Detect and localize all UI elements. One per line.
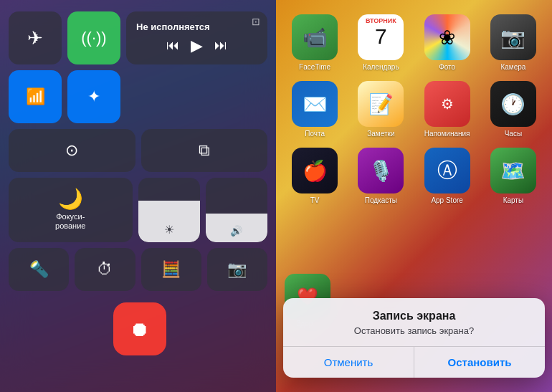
volume-icon: 🔊 xyxy=(230,225,242,236)
facetime-icon: 📹 xyxy=(292,14,338,60)
screen-mirror-button[interactable]: ⧉ xyxy=(141,129,268,172)
app-reminders[interactable]: ⚙ Напоминания xyxy=(417,81,477,138)
airplane-icon: ✈ xyxy=(27,29,43,47)
orientation-lock-button[interactable]: ⊙ xyxy=(9,129,135,172)
photos-flower-icon: ❀ xyxy=(439,26,455,49)
volume-slider[interactable]: 🔊 xyxy=(206,178,267,242)
dialog-message: Остановить запись экрана? xyxy=(298,325,530,336)
podcasts-label: Подкасты xyxy=(365,196,397,204)
dialog-title: Запись экрана xyxy=(298,310,530,322)
camera-icon: 📷 xyxy=(490,14,536,60)
brightness-slider[interactable]: ☀ xyxy=(138,178,200,242)
media-title: Не исполняется xyxy=(136,21,257,32)
rotation-lock-icon: ⊙ xyxy=(65,143,78,158)
moon-icon: 🌙 xyxy=(58,189,83,209)
cc-row-1: ✈ ((·)) 📶 ✦ xyxy=(9,11,267,123)
app-camera[interactable]: 📷 Камера xyxy=(483,14,543,71)
appstore-icon: Ⓐ xyxy=(424,148,470,193)
photos-inner: ❀ xyxy=(424,14,470,60)
mail-icon: ✉️ xyxy=(292,81,338,127)
podcasts-icon: 🎙️ xyxy=(358,148,404,193)
app-grid: 📹 FaceTime Вторник 7 Календарь ❀ Фото xyxy=(276,0,552,210)
calculator-icon: 🧮 xyxy=(161,262,181,277)
screenshot-icon: 📷 xyxy=(227,262,247,277)
facetime-label: FaceTime xyxy=(299,63,330,71)
app-clock[interactable]: 🕐 Часы xyxy=(483,81,543,138)
stop-recording-dialog: Запись экрана Остановить запись экрана? … xyxy=(283,298,545,378)
mail-label: Почта xyxy=(305,130,325,138)
cc-row-2: ⊙ ⧉ xyxy=(9,129,267,172)
cellular-icon: ((·)) xyxy=(81,30,106,46)
dialog-stop-button[interactable]: Остановить xyxy=(414,347,545,378)
cc-grid: ✈ ((·)) 📶 ✦ xyxy=(0,0,276,392)
next-track-button[interactable]: ⏭ xyxy=(214,38,227,53)
tv-label: TV xyxy=(310,196,320,204)
calendar-day-num: 7 xyxy=(375,24,387,48)
app-maps[interactable]: 🗺️ Карты xyxy=(483,148,543,204)
screen-record-button[interactable]: ⏺ xyxy=(113,302,166,355)
timer-icon: ⏱ xyxy=(97,262,113,277)
brightness-icon: ☀ xyxy=(164,223,174,236)
tv-icon: 🍎 xyxy=(292,148,338,193)
airplay-icon: ⊡ xyxy=(252,16,260,27)
calendar-label: Календарь xyxy=(363,63,399,71)
calendar-day-name: Вторник xyxy=(366,17,396,24)
photos-label: Фото xyxy=(439,63,455,71)
prev-track-button[interactable]: ⏮ xyxy=(166,38,179,53)
calendar-icon: Вторник 7 xyxy=(358,14,404,60)
dialog-body: Запись экрана Остановить запись экрана? xyxy=(283,298,545,336)
cellular-button[interactable]: ((·)) xyxy=(67,11,120,64)
home-screen-panel: 📹 FaceTime Вторник 7 Календарь ❀ Фото xyxy=(276,0,552,392)
airplane-mode-button[interactable]: ✈ xyxy=(9,11,62,64)
app-tv[interactable]: 🍎 TV xyxy=(285,148,345,204)
notes-icon: 📝 xyxy=(358,81,404,127)
clock-icon: 🕐 xyxy=(490,81,536,127)
cc-row-5: ⏺ xyxy=(9,297,267,355)
flashlight-button[interactable]: 🔦 xyxy=(9,248,69,291)
photos-icon: ❀ xyxy=(424,14,470,60)
appstore-label: App Store xyxy=(431,196,462,204)
wifi-icon: 📶 xyxy=(26,89,45,105)
focus-button[interactable]: 🌙 Фокуси-рование xyxy=(9,178,133,242)
media-controls: ⏮ ▶ ⏭ xyxy=(136,37,257,55)
reminders-icon: ⚙ xyxy=(424,81,470,127)
dialog-buttons: Отменить Остановить xyxy=(283,346,545,378)
focus-label: Фокуси-рование xyxy=(55,212,85,231)
app-appstore[interactable]: Ⓐ App Store xyxy=(417,148,477,204)
record-icon: ⏺ xyxy=(130,317,150,341)
media-player[interactable]: ⊡ Не исполняется ⏮ ▶ ⏭ xyxy=(126,11,267,64)
bluetooth-button[interactable]: ✦ xyxy=(67,70,120,123)
wifi-button[interactable]: 📶 xyxy=(9,70,62,123)
cc-row-3: 🌙 Фокуси-рование ☀ 🔊 xyxy=(9,178,267,242)
play-button[interactable]: ▶ xyxy=(191,37,203,55)
bluetooth-icon: ✦ xyxy=(87,89,100,105)
app-photos[interactable]: ❀ Фото xyxy=(417,14,477,71)
maps-label: Карты xyxy=(503,196,524,204)
app-facetime[interactable]: 📹 FaceTime xyxy=(285,14,345,71)
calendar-inner: Вторник 7 xyxy=(358,14,404,60)
camera-label: Камера xyxy=(500,63,525,71)
reminders-label: Напоминания xyxy=(424,130,470,138)
calculator-button[interactable]: 🧮 xyxy=(141,248,201,291)
app-notes[interactable]: 📝 Заметки xyxy=(351,81,411,138)
maps-icon: 🗺️ xyxy=(490,148,536,193)
clock-label: Часы xyxy=(505,130,522,138)
dialog-cancel-button[interactable]: Отменить xyxy=(283,347,414,378)
cc-row-4: 🔦 ⏱ 🧮 📷 xyxy=(9,248,267,291)
app-mail[interactable]: ✉️ Почта xyxy=(285,81,345,138)
app-calendar[interactable]: Вторник 7 Календарь xyxy=(351,14,411,71)
screenshot-button[interactable]: 📷 xyxy=(207,248,267,291)
timer-button[interactable]: ⏱ xyxy=(75,248,135,291)
control-center-panel: ✈ ((·)) 📶 ✦ xyxy=(0,0,276,392)
app-podcasts[interactable]: 🎙️ Подкасты xyxy=(351,148,411,204)
flashlight-icon: 🔦 xyxy=(29,262,49,277)
screen-mirror-icon: ⧉ xyxy=(199,143,210,158)
notes-label: Заметки xyxy=(367,130,394,138)
